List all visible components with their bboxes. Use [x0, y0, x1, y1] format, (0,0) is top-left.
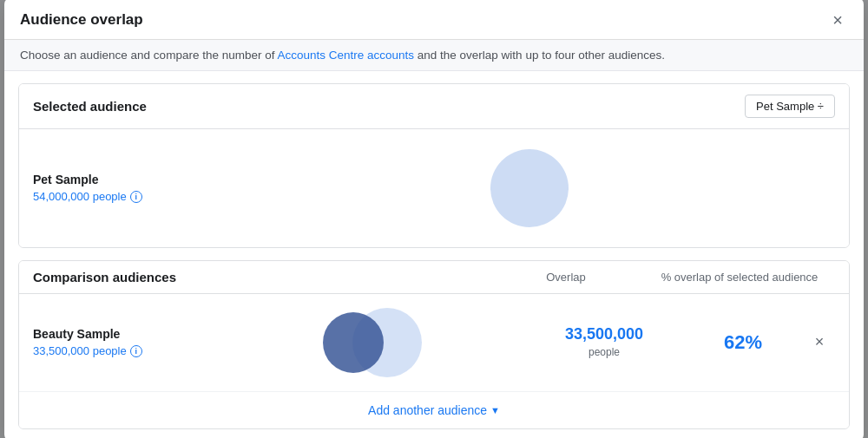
comp-audience-size: 33,500,000 people i — [33, 344, 224, 357]
selected-audience-bubble — [490, 149, 569, 227]
audience-overlap-modal: Audience overlap × Choose an audience an… — [4, 0, 864, 438]
selected-audience-body: Pet Sample 54,000,000 people i — [19, 129, 849, 247]
modal-title: Audience overlap — [20, 11, 143, 29]
venn-circle-overlap — [323, 312, 384, 373]
add-audience-button[interactable]: Add another audience ▼ — [368, 403, 500, 417]
overlap-number: 33,500,000 — [526, 325, 682, 343]
venn-diagram — [323, 308, 427, 377]
close-button[interactable]: × — [827, 10, 848, 30]
chevron-down-icon: ▼ — [490, 405, 500, 415]
comp-pct-value: 62% — [682, 331, 804, 354]
selected-audience-title: Selected audience — [33, 99, 147, 114]
comparison-section-header: Comparison audiences Overlap % overlap o… — [19, 261, 849, 294]
comp-audience-name: Beauty Sample — [33, 327, 224, 341]
selected-audience-header: Selected audience Pet Sample ÷ — [19, 84, 849, 129]
overlap-label: people — [589, 346, 620, 358]
comparison-row: Beauty Sample 33,500,000 people i 33,500… — [19, 294, 849, 392]
modal-header: Audience overlap × — [4, 0, 864, 40]
remove-comparison-button[interactable]: × — [804, 333, 835, 351]
subtitle-prefix: Choose an audience and compare the numbe… — [20, 49, 277, 62]
col-header-overlap: Overlap — [488, 271, 644, 284]
comparison-audiences-section: Comparison audiences Overlap % overlap o… — [18, 260, 850, 429]
comp-audience-info: Beauty Sample 33,500,000 people i — [33, 327, 224, 357]
selected-audience-info: Pet Sample 54,000,000 people i — [33, 173, 224, 203]
selected-audience-info-icon[interactable]: i — [130, 191, 142, 203]
accounts-centre-link[interactable]: Accounts Centre accounts — [277, 49, 414, 62]
select-audience-button[interactable]: Pet Sample ÷ — [745, 95, 835, 118]
modal-subtitle: Choose an audience and compare the numbe… — [4, 40, 864, 71]
add-audience-bar: Add another audience ▼ — [19, 392, 849, 428]
comparison-section-title: Comparison audiences — [33, 270, 224, 284]
comp-bubble-area — [224, 308, 526, 377]
comp-overlap-value: 33,500,000 people — [526, 325, 682, 359]
modal-overlay: Audience overlap × Choose an audience an… — [0, 0, 868, 438]
selected-audience-name: Pet Sample — [33, 173, 224, 186]
selected-audience-size: 54,000,000 people i — [33, 190, 224, 203]
comparison-col-headers: Overlap % overlap of selected audience — [224, 271, 835, 284]
selected-audience-section: Selected audience Pet Sample ÷ Pet Sampl… — [18, 83, 850, 248]
subtitle-suffix: and the overlap with up to four other au… — [414, 49, 665, 62]
col-header-pct: % overlap of selected audience — [644, 271, 835, 284]
comp-audience-info-icon[interactable]: i — [130, 345, 142, 357]
selected-bubble-area — [224, 145, 835, 232]
